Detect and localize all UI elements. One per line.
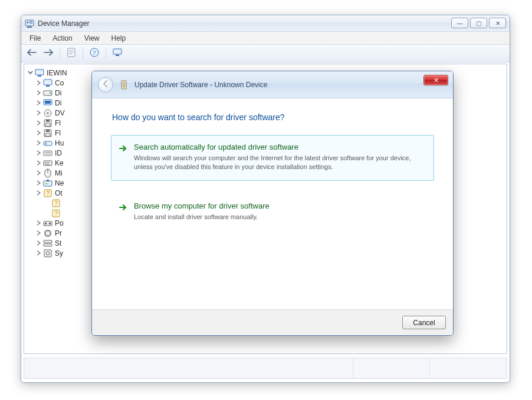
- expand-icon[interactable]: [35, 240, 42, 247]
- svg-rect-36: [45, 162, 46, 163]
- computer-icon: [35, 68, 44, 78]
- svg-text:?: ?: [54, 210, 58, 217]
- svg-rect-29: [44, 141, 52, 146]
- unknown-device-icon: ?: [51, 209, 61, 218]
- caption-buttons: — ▢ ✕: [451, 18, 506, 28]
- storage-icon: [43, 239, 52, 248]
- update-driver-dialog: Update Driver Software - Unknown Device …: [91, 71, 454, 336]
- minimize-button[interactable]: —: [451, 18, 468, 28]
- svg-rect-27: [46, 130, 50, 132]
- svg-rect-53: [45, 223, 47, 224]
- svg-rect-38: [48, 162, 50, 163]
- svg-rect-15: [44, 80, 52, 85]
- menu-view[interactable]: View: [80, 33, 104, 44]
- close-icon: ✕: [434, 77, 439, 84]
- toolbar-scan-button[interactable]: [110, 47, 124, 61]
- arrow-right-icon: [44, 49, 53, 58]
- toolbar-forward-button[interactable]: [41, 47, 55, 61]
- toolbar: ?: [21, 45, 510, 62]
- window-title: Device Manager: [38, 19, 89, 28]
- toolbar-back-button[interactable]: [25, 47, 39, 61]
- svg-rect-4: [29, 22, 32, 23]
- expand-icon[interactable]: [35, 160, 42, 167]
- svg-point-18: [50, 92, 51, 93]
- tree-item-label: Pr: [55, 229, 62, 237]
- svg-rect-39: [45, 164, 50, 165]
- svg-rect-6: [69, 50, 74, 51]
- tree-item-label: Po: [55, 219, 64, 227]
- tree-item-label: Sy: [55, 249, 63, 257]
- expand-icon[interactable]: [35, 170, 42, 177]
- menu-help[interactable]: Help: [107, 33, 131, 44]
- svg-rect-43: [47, 180, 49, 181]
- svg-rect-24: [46, 120, 50, 122]
- svg-point-45: [47, 183, 48, 184]
- tree-item-label: Ot: [55, 189, 63, 197]
- expand-icon[interactable]: [35, 110, 42, 117]
- monitor-icon: [113, 48, 122, 58]
- svg-rect-12: [116, 55, 119, 56]
- expand-icon[interactable]: [35, 190, 42, 197]
- status-cell: [24, 358, 353, 378]
- svg-rect-33: [45, 152, 51, 153]
- expand-icon[interactable]: [35, 120, 42, 127]
- expand-icon[interactable]: [35, 100, 42, 107]
- expand-icon[interactable]: [35, 230, 42, 237]
- expand-icon[interactable]: [35, 140, 42, 147]
- collapse-icon[interactable]: [27, 70, 34, 77]
- dialog-footer: Cancel: [92, 309, 453, 335]
- dialog-title-prefix: Update Driver Software -: [134, 81, 214, 89]
- mouse-icon: [43, 168, 52, 178]
- svg-rect-56: [44, 240, 52, 243]
- expand-icon[interactable]: [35, 180, 42, 187]
- svg-rect-11: [113, 49, 121, 54]
- toolbar-show-hidden-button[interactable]: [64, 47, 78, 61]
- svg-rect-31: [45, 144, 47, 144]
- expand-icon[interactable]: [35, 250, 42, 257]
- expand-icon[interactable]: [35, 80, 42, 87]
- ports-icon: [43, 219, 52, 228]
- titlebar[interactable]: Device Manager — ▢ ✕: [21, 15, 510, 32]
- status-cell: [430, 358, 507, 378]
- svg-rect-37: [47, 162, 48, 163]
- svg-rect-20: [45, 101, 51, 104]
- tree-root-label: IEWIN: [47, 69, 67, 77]
- ide-icon: [43, 148, 52, 158]
- close-button[interactable]: ✕: [489, 18, 506, 28]
- keyboard-icon: [43, 158, 52, 168]
- display-adapter-icon: [43, 98, 52, 108]
- expand-icon[interactable]: [35, 220, 42, 227]
- dialog-heading: How do you want to search for driver sof…: [112, 113, 434, 122]
- svg-rect-8: [69, 54, 73, 54]
- svg-rect-13: [35, 70, 44, 75]
- system-icon: [43, 249, 52, 258]
- expand-icon[interactable]: [35, 150, 42, 157]
- tree-item-label: Ne: [55, 179, 64, 187]
- menu-file[interactable]: File: [25, 33, 45, 44]
- tree-item-label: ID: [55, 149, 62, 157]
- spacer: [43, 210, 50, 217]
- option-description: Windows will search your computer and th…: [134, 154, 425, 172]
- maximize-button[interactable]: ▢: [470, 18, 487, 28]
- drive-icon: [43, 88, 52, 98]
- option-description: Locate and install driver software manua…: [134, 213, 425, 222]
- toolbar-help-button[interactable]: ?: [87, 47, 101, 61]
- svg-rect-7: [69, 52, 74, 52]
- option-title: Search automatically for updated driver …: [134, 143, 425, 151]
- option-browse-local[interactable]: Browse my computer for driver softwareLo…: [111, 194, 434, 230]
- menu-action[interactable]: Action: [48, 33, 77, 44]
- unknown-device-icon: ?: [51, 199, 61, 208]
- expand-icon[interactable]: [35, 90, 42, 97]
- dialog-titlebar[interactable]: Update Driver Software - Unknown Device …: [92, 71, 453, 98]
- network-icon: [43, 178, 52, 188]
- expand-icon[interactable]: [35, 130, 42, 137]
- svg-text:?: ?: [93, 49, 96, 56]
- svg-rect-30: [45, 143, 47, 143]
- dialog-close-button[interactable]: ✕: [423, 75, 448, 85]
- option-search-auto[interactable]: Search automatically for updated driver …: [111, 135, 434, 181]
- option-title: Browse my computer for driver software: [134, 201, 425, 210]
- cancel-button[interactable]: Cancel: [402, 316, 446, 329]
- svg-rect-57: [44, 244, 52, 246]
- svg-rect-1: [27, 27, 32, 28]
- help-icon: ?: [90, 48, 99, 59]
